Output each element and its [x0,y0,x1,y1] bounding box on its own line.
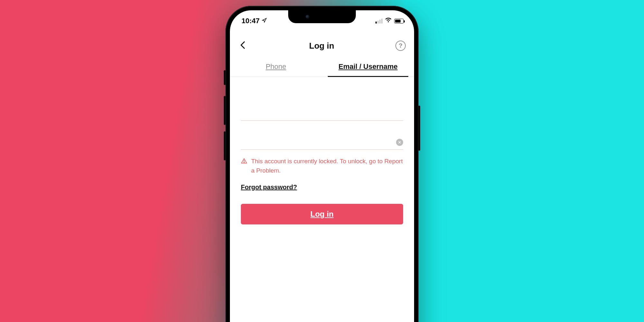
phone-screen: 10:47 Log in ? [230,10,414,322]
login-button[interactable]: Log in [241,204,403,224]
password-input[interactable] [241,135,396,149]
clear-input-icon[interactable] [396,139,403,146]
location-icon [261,17,267,25]
wifi-icon [385,16,392,25]
forgot-password-link[interactable]: Forgot password? [241,184,297,191]
volume-up-button [224,96,226,125]
password-field[interactable] [241,135,403,150]
battery-icon [394,19,404,24]
power-button [418,106,420,151]
email-username-field[interactable] [241,106,403,121]
login-form: This account is currently locked. To unl… [230,106,414,224]
email-username-input[interactable] [241,106,403,120]
help-button[interactable]: ? [395,41,406,51]
nav-bar: Log in ? [230,37,414,55]
phone-notch [288,10,356,23]
tab-phone[interactable]: Phone [230,58,322,77]
cellular-signal-icon [375,19,383,24]
back-button[interactable] [238,40,248,51]
page-title: Log in [309,41,334,51]
error-text: This account is currently locked. To unl… [251,157,403,175]
phone-frame: 10:47 Log in ? [225,6,419,322]
status-time: 10:47 [242,17,260,25]
tab-email-username[interactable]: Email / Username [322,58,414,77]
warning-icon [241,157,247,167]
svg-point-3 [244,162,244,163]
login-tabs: Phone Email / Username [230,58,414,77]
error-message: This account is currently locked. To unl… [241,157,403,175]
mute-switch [224,70,226,85]
volume-down-button [224,131,226,160]
login-screen: Log in ? Phone Email / Username [230,28,414,322]
